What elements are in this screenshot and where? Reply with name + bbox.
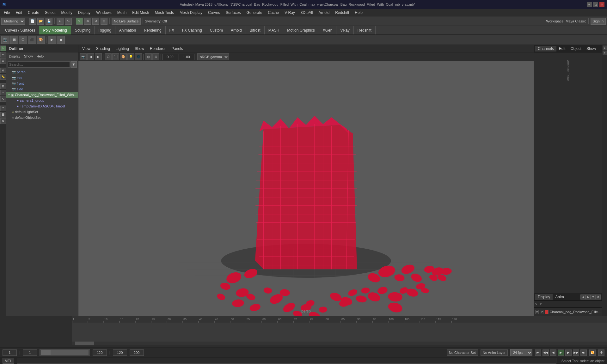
new-file-btn[interactable]: 📄 bbox=[29, 18, 36, 25]
transform-tool-btn[interactable]: ⊕ bbox=[84, 18, 91, 25]
select-tool-btn[interactable]: ↖ bbox=[76, 18, 83, 25]
grid-btn[interactable]: ⊞ bbox=[10, 36, 18, 44]
rotate-tool-btn[interactable]: ↺ bbox=[92, 18, 99, 25]
undo-btn[interactable]: ↩ bbox=[57, 18, 64, 25]
menu-item-curves[interactable]: Curves bbox=[205, 10, 223, 15]
next-layer-btn[interactable]: ▶ bbox=[586, 294, 591, 300]
playblast-btn[interactable]: ⏺ bbox=[57, 36, 65, 44]
open-file-btn[interactable]: 📂 bbox=[37, 18, 44, 25]
step-prev-btn[interactable]: ◀ bbox=[550, 349, 556, 356]
vp-solid-btn[interactable]: ⬛ bbox=[112, 53, 119, 60]
tab-sculpting[interactable]: Sculpting bbox=[71, 26, 95, 34]
menu-item-edit-mesh[interactable]: Edit Mesh bbox=[130, 10, 151, 15]
maximize-button[interactable]: □ bbox=[593, 2, 598, 7]
fps-dropdown[interactable]: 24 fps bbox=[510, 349, 532, 356]
menu-item-cache[interactable]: Cache bbox=[265, 10, 281, 15]
tab-animation[interactable]: Animation bbox=[115, 26, 140, 34]
tab-mash[interactable]: MASH bbox=[265, 26, 284, 34]
vp-texture-btn[interactable]: 🎨 bbox=[120, 53, 127, 60]
menu-item-3dtoall[interactable]: 3DtoAll bbox=[298, 10, 316, 15]
menu-item-mesh-tools[interactable]: Mesh Tools bbox=[152, 10, 176, 15]
layer-v-checkbox[interactable]: V bbox=[535, 310, 539, 314]
panels-menu[interactable]: Panels bbox=[169, 46, 186, 52]
outliner-item-camera-group[interactable]: ✦ camera1_group bbox=[6, 98, 78, 103]
search-dropdown-btn[interactable]: ▼ bbox=[71, 61, 77, 68]
paint-tool-btn[interactable]: ✏ bbox=[0, 52, 6, 58]
vp-translate-x[interactable] bbox=[162, 54, 178, 60]
no-live-surface-btn[interactable]: No Live Surface bbox=[112, 18, 141, 25]
vp-wireframe-btn[interactable]: ⬡ bbox=[105, 53, 112, 60]
layer-color-swatch[interactable] bbox=[545, 310, 548, 314]
vp-translate-y[interactable] bbox=[179, 54, 194, 60]
prev-layer-btn[interactable]: ◀ bbox=[580, 294, 586, 300]
no-character-set-btn[interactable]: No Character Set bbox=[447, 349, 478, 356]
tab-motion-graphics[interactable]: Motion Graphics bbox=[283, 26, 319, 34]
vp-isolate-btn[interactable]: ◎ bbox=[145, 53, 152, 60]
range-bar[interactable] bbox=[41, 350, 89, 355]
outliner-item-light-set[interactable]: ○ defaultLightSet bbox=[6, 109, 78, 115]
measure-btn[interactable]: 📏 bbox=[0, 74, 6, 80]
outliner-item-top[interactable]: 📷 top bbox=[6, 75, 78, 81]
tab-custom[interactable]: Custom bbox=[206, 26, 227, 34]
outliner-item-front[interactable]: 📷 front bbox=[6, 81, 78, 86]
solid-btn[interactable]: ⬛ bbox=[28, 36, 36, 44]
camera-mode-btn[interactable]: 📷 bbox=[1, 36, 9, 44]
vp-resolution-btn[interactable]: ⊞ bbox=[152, 53, 159, 60]
vp-light-btn[interactable]: 💡 bbox=[127, 53, 134, 60]
outliner-show-menu[interactable]: Show bbox=[23, 54, 34, 58]
outliner-item-charcoal-bag[interactable]: ▼ ▣ Charcoal_bag_Rockwood_Filled_With... bbox=[6, 92, 78, 98]
select-mode-btn[interactable]: ↖ bbox=[0, 46, 6, 51]
menu-item-display[interactable]: Display bbox=[76, 10, 93, 15]
sign-in-btn[interactable]: Sign In bbox=[591, 18, 606, 25]
menu-item-create[interactable]: Create bbox=[25, 10, 42, 15]
outliner-help-menu[interactable]: Help bbox=[35, 54, 45, 58]
vp-prev-view-btn[interactable]: ◀ bbox=[87, 53, 94, 60]
vp-next-view-btn[interactable]: ▶ bbox=[95, 53, 102, 60]
menu-item-windows[interactable]: Windows bbox=[94, 10, 114, 15]
layer-p-checkbox[interactable]: P bbox=[540, 310, 543, 314]
tab-bifrost[interactable]: Bifrost bbox=[246, 26, 265, 34]
range-start-input[interactable] bbox=[23, 349, 37, 356]
tab-xgen[interactable]: XGen bbox=[319, 26, 337, 34]
mel-input[interactable] bbox=[17, 358, 556, 364]
menu-item-help[interactable]: Help bbox=[352, 10, 365, 15]
no-anim-layer-btn[interactable]: No Anim Layer bbox=[481, 349, 508, 356]
minimize-button[interactable]: − bbox=[587, 2, 592, 7]
menu-item-arnold[interactable]: Arnold bbox=[316, 10, 332, 15]
range-thumb[interactable] bbox=[41, 350, 51, 355]
playback-options-btn[interactable]: ⚙ bbox=[598, 349, 604, 356]
rewind-btn[interactable]: ⏮ bbox=[535, 349, 541, 356]
display-tab[interactable]: Display bbox=[535, 294, 553, 300]
renderer-menu[interactable]: Renderer bbox=[147, 46, 168, 52]
current-frame-input[interactable] bbox=[3, 349, 17, 356]
tab-arnold[interactable]: Arnold bbox=[227, 26, 246, 34]
outliner-display-menu[interactable]: Display bbox=[8, 54, 21, 58]
menu-item-surfaces[interactable]: Surfaces bbox=[223, 10, 243, 15]
show-menu[interactable]: Show bbox=[132, 46, 147, 52]
tab-rendering[interactable]: Rendering bbox=[140, 26, 165, 34]
tab-curves---surfaces[interactable]: Curves / Surfaces bbox=[1, 26, 39, 34]
anim-total-input[interactable] bbox=[130, 349, 144, 356]
timeline-scrollbar[interactable] bbox=[72, 342, 607, 345]
channels-tab[interactable]: Channels bbox=[535, 46, 556, 52]
anim-tab[interactable]: Anim bbox=[553, 294, 566, 300]
snap-btn[interactable]: ⊕ bbox=[0, 68, 6, 73]
tab-poly-modeling[interactable]: Poly Modeling bbox=[39, 26, 71, 34]
close-button[interactable]: ✕ bbox=[599, 2, 604, 7]
layer-options-btn[interactable]: ▼ bbox=[591, 294, 596, 300]
menu-item-edit[interactable]: Edit bbox=[13, 10, 25, 15]
vp-shadow-btn[interactable]: 🌑 bbox=[135, 53, 142, 60]
outliner-item-persp[interactable]: 📷 persp bbox=[6, 69, 78, 75]
search-input[interactable] bbox=[8, 61, 70, 68]
next-key-btn[interactable]: ▶▶ bbox=[573, 349, 579, 356]
redo-btn[interactable]: ↪ bbox=[65, 18, 72, 25]
anim-end-input[interactable] bbox=[113, 349, 127, 356]
menu-item-mesh[interactable]: Mesh bbox=[115, 10, 129, 15]
edit-tab[interactable]: Edit bbox=[556, 46, 568, 52]
loop-btn[interactable]: 🔁 bbox=[589, 349, 596, 356]
menu-item-redshift[interactable]: Redshift bbox=[333, 10, 352, 15]
outliner-item-temp-cam[interactable]: ✦ TempCamFBXASC046Target bbox=[6, 103, 78, 109]
menu-item-file[interactable]: File bbox=[1, 10, 12, 15]
attr-btn-1[interactable]: ▲ bbox=[603, 46, 607, 50]
render-btn[interactable]: ▶ bbox=[48, 36, 56, 44]
